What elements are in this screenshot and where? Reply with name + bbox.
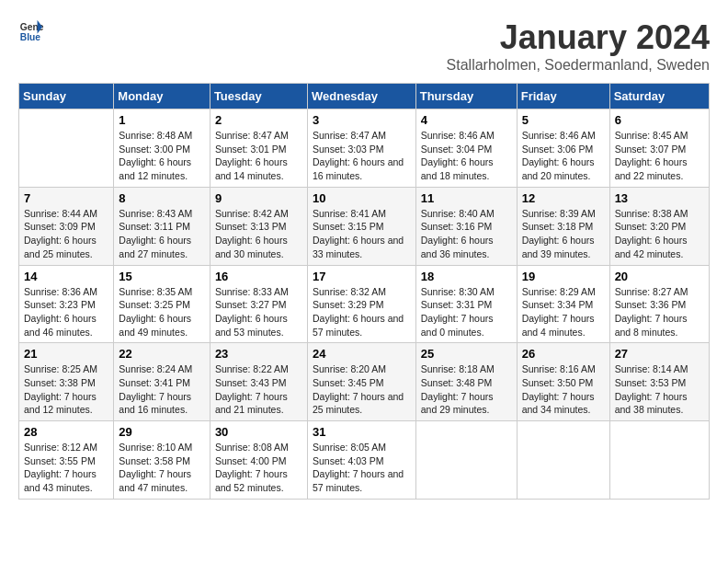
sunrise-text: Sunrise: 8:16 AM — [522, 363, 596, 374]
sunrise-text: Sunrise: 8:33 AM — [215, 286, 289, 297]
day-number: 16 — [215, 270, 302, 283]
sunrise-text: Sunrise: 8:42 AM — [215, 208, 289, 219]
daylight-text: Daylight: 6 hours and 49 minutes. — [119, 313, 191, 338]
sunset-text: Sunset: 3:23 PM — [24, 299, 96, 310]
day-number: 4 — [421, 113, 512, 127]
calendar-week-3: 14 Sunrise: 8:36 AM Sunset: 3:23 PM Dayl… — [19, 265, 710, 343]
sunset-text: Sunset: 3:43 PM — [215, 377, 287, 388]
daylight-text: Daylight: 6 hours and 30 minutes. — [215, 235, 288, 259]
sunset-text: Sunset: 3:27 PM — [215, 299, 287, 310]
sunset-text: Sunset: 3:41 PM — [119, 377, 190, 388]
sunset-text: Sunset: 3:45 PM — [313, 377, 384, 388]
calendar-cell — [517, 421, 609, 500]
sunrise-text: Sunrise: 8:43 AM — [119, 208, 192, 219]
calendar-week-5: 28 Sunrise: 8:12 AM Sunset: 3:55 PM Dayl… — [19, 421, 710, 500]
day-number: 23 — [215, 347, 302, 361]
calendar-week-2: 7 Sunrise: 8:44 AM Sunset: 3:09 PM Dayli… — [19, 187, 710, 265]
day-number: 9 — [215, 191, 302, 205]
day-number: 26 — [522, 347, 605, 361]
day-info: Sunrise: 8:38 AM Sunset: 3:20 PM Dayligh… — [615, 207, 704, 261]
day-number: 31 — [313, 425, 411, 439]
day-number: 7 — [24, 191, 108, 205]
day-number: 5 — [522, 113, 605, 127]
day-info: Sunrise: 8:44 AM Sunset: 3:09 PM Dayligh… — [24, 207, 108, 261]
sunrise-text: Sunrise: 8:05 AM — [313, 442, 386, 453]
day-info: Sunrise: 8:39 AM Sunset: 3:18 PM Dayligh… — [522, 207, 605, 261]
day-number: 3 — [313, 113, 411, 127]
day-number: 25 — [421, 347, 512, 361]
calendar-cell: 20 Sunrise: 8:27 AM Sunset: 3:36 PM Dayl… — [609, 265, 709, 343]
day-number: 12 — [522, 191, 605, 205]
sunrise-text: Sunrise: 8:47 AM — [313, 130, 386, 141]
sunrise-text: Sunrise: 8:24 AM — [119, 363, 192, 374]
daylight-text: Daylight: 6 hours and 18 minutes. — [421, 156, 494, 181]
calendar-cell: 6 Sunrise: 8:45 AM Sunset: 3:07 PM Dayli… — [609, 109, 709, 188]
calendar-table: Sunday Monday Tuesday Wednesday Thursday… — [18, 83, 710, 500]
daylight-text: Daylight: 7 hours and 0 minutes. — [421, 313, 494, 338]
calendar-cell: 25 Sunrise: 8:18 AM Sunset: 3:48 PM Dayl… — [415, 343, 517, 421]
sunset-text: Sunset: 3:09 PM — [24, 221, 96, 232]
daylight-text: Daylight: 6 hours and 53 minutes. — [215, 313, 288, 338]
daylight-text: Daylight: 6 hours and 25 minutes. — [24, 235, 97, 259]
sunset-text: Sunset: 3:16 PM — [421, 221, 493, 232]
day-number: 2 — [215, 113, 302, 127]
svg-text:Blue: Blue — [20, 32, 41, 42]
sunrise-text: Sunrise: 8:48 AM — [119, 130, 192, 141]
calendar-cell: 5 Sunrise: 8:46 AM Sunset: 3:06 PM Dayli… — [517, 109, 609, 188]
day-number: 22 — [119, 347, 205, 361]
day-info: Sunrise: 8:20 AM Sunset: 3:45 PM Dayligh… — [313, 362, 411, 417]
calendar-cell: 29 Sunrise: 8:10 AM Sunset: 3:58 PM Dayl… — [114, 421, 210, 500]
day-info: Sunrise: 8:08 AM Sunset: 4:00 PM Dayligh… — [215, 441, 302, 495]
calendar-cell: 24 Sunrise: 8:20 AM Sunset: 3:45 PM Dayl… — [307, 343, 415, 421]
logo: General Blue — [18, 18, 44, 44]
daylight-text: Daylight: 7 hours and 4 minutes. — [522, 313, 595, 338]
sunrise-text: Sunrise: 8:45 AM — [615, 130, 688, 141]
day-info: Sunrise: 8:24 AM Sunset: 3:41 PM Dayligh… — [119, 362, 205, 417]
sunset-text: Sunset: 3:50 PM — [522, 377, 594, 388]
day-info: Sunrise: 8:05 AM Sunset: 4:03 PM Dayligh… — [313, 441, 411, 495]
calendar-title: January 2024 — [447, 18, 710, 57]
daylight-text: Daylight: 7 hours and 34 minutes. — [522, 391, 595, 416]
day-number: 28 — [24, 425, 108, 439]
day-info: Sunrise: 8:10 AM Sunset: 3:58 PM Dayligh… — [119, 441, 205, 495]
calendar-cell — [415, 421, 517, 500]
header-wednesday: Wednesday — [307, 84, 415, 109]
calendar-cell: 15 Sunrise: 8:35 AM Sunset: 3:25 PM Dayl… — [114, 265, 210, 343]
day-info: Sunrise: 8:32 AM Sunset: 3:29 PM Dayligh… — [313, 285, 411, 339]
header-sunday: Sunday — [19, 84, 114, 109]
sunset-text: Sunset: 3:18 PM — [522, 221, 594, 232]
daylight-text: Daylight: 6 hours and 57 minutes. — [313, 313, 404, 338]
daylight-text: Daylight: 7 hours and 12 minutes. — [24, 391, 97, 416]
sunrise-text: Sunrise: 8:32 AM — [313, 286, 386, 297]
daylight-text: Daylight: 6 hours and 14 minutes. — [215, 156, 288, 181]
sunset-text: Sunset: 3:58 PM — [119, 455, 190, 466]
day-info: Sunrise: 8:27 AM Sunset: 3:36 PM Dayligh… — [615, 285, 704, 339]
header-friday: Friday — [517, 84, 609, 109]
day-info: Sunrise: 8:45 AM Sunset: 3:07 PM Dayligh… — [615, 129, 704, 183]
day-info: Sunrise: 8:40 AM Sunset: 3:16 PM Dayligh… — [421, 207, 512, 261]
calendar-week-4: 21 Sunrise: 8:25 AM Sunset: 3:38 PM Dayl… — [19, 343, 710, 421]
sunset-text: Sunset: 3:53 PM — [615, 377, 687, 388]
day-info: Sunrise: 8:42 AM Sunset: 3:13 PM Dayligh… — [215, 207, 302, 261]
sunrise-text: Sunrise: 8:25 AM — [24, 363, 97, 374]
calendar-cell: 8 Sunrise: 8:43 AM Sunset: 3:11 PM Dayli… — [114, 187, 210, 265]
day-number: 8 — [119, 191, 205, 205]
page-header: General Blue January 2024 Stallarholmen,… — [18, 18, 710, 74]
sunset-text: Sunset: 3:20 PM — [615, 221, 687, 232]
sunset-text: Sunset: 3:31 PM — [421, 299, 493, 310]
calendar-cell: 14 Sunrise: 8:36 AM Sunset: 3:23 PM Dayl… — [19, 265, 114, 343]
day-info: Sunrise: 8:35 AM Sunset: 3:25 PM Dayligh… — [119, 285, 205, 339]
day-number: 27 — [615, 347, 704, 361]
sunset-text: Sunset: 3:25 PM — [119, 299, 190, 310]
daylight-text: Daylight: 7 hours and 21 minutes. — [215, 391, 288, 416]
calendar-cell: 2 Sunrise: 8:47 AM Sunset: 3:01 PM Dayli… — [210, 109, 307, 188]
daylight-text: Daylight: 7 hours and 47 minutes. — [119, 468, 191, 493]
day-number: 24 — [313, 347, 411, 361]
day-number: 1 — [119, 113, 205, 127]
sunrise-text: Sunrise: 8:08 AM — [215, 442, 289, 453]
daylight-text: Daylight: 6 hours and 12 minutes. — [119, 156, 191, 181]
sunrise-text: Sunrise: 8:46 AM — [522, 130, 596, 141]
calendar-cell — [19, 109, 114, 188]
daylight-text: Daylight: 6 hours and 33 minutes. — [313, 235, 404, 259]
calendar-week-1: 1 Sunrise: 8:48 AM Sunset: 3:00 PM Dayli… — [19, 109, 710, 188]
